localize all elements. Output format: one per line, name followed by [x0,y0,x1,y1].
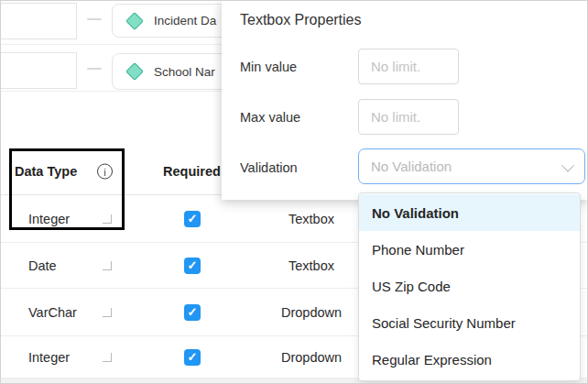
tree-input-2[interactable] [0,52,77,89]
validation-select-value: No Validation [371,159,563,174]
column-header-required: Required [163,164,221,179]
tree-connector-1 [87,18,102,20]
required-checkbox[interactable]: ✓ [184,211,201,227]
field-chip-label: School Nar [154,65,215,79]
required-checkbox[interactable]: ✓ [184,349,201,366]
max-value-input[interactable] [358,99,459,135]
required-checkbox[interactable]: ✓ [184,304,201,321]
max-value-label: Max value [240,99,300,135]
display-type-value: Dropdown [256,350,366,365]
option-no-validation[interactable]: No Validation [359,194,580,231]
option-regular-expression[interactable]: Regular Expression [359,341,580,378]
chevron-down-icon [561,159,574,171]
chevron-down-icon[interactable] [103,261,112,270]
option-phone-number[interactable]: Phone Number [359,231,580,268]
tree-connector-2 [87,68,102,70]
annotation-highlight-box [9,148,125,230]
screen: Incident Da School Nar Data Type i Requi… [0,0,588,384]
data-type-value[interactable]: Integer [28,350,70,365]
textbox-properties-panel: Textbox Properties Min value Max value V… [222,0,588,200]
display-type-value: Textbox [256,258,366,273]
panel-title: Textbox Properties [240,12,362,28]
validation-dropdown-menu: No Validation Phone Number US Zip Code S… [358,192,581,381]
data-type-value[interactable]: Date [28,258,57,273]
diamond-icon [125,62,144,81]
min-value-input[interactable] [358,49,459,84]
required-checkbox[interactable]: ✓ [184,258,201,274]
option-social-security-number[interactable]: Social Security Number [359,304,580,341]
diamond-icon [125,12,144,30]
chevron-down-icon[interactable] [103,353,112,362]
min-value-label: Min value [240,49,297,84]
display-type-value: Dropdown [256,305,366,320]
validation-select[interactable]: No Validation [358,148,585,184]
data-type-value[interactable]: VarChar [28,305,77,320]
field-chip-label: Incident Da [154,14,216,27]
chevron-down-icon[interactable] [103,308,112,317]
validation-label: Validation [240,149,298,185]
tree-input-1[interactable] [0,3,77,39]
option-us-zip-code[interactable]: US Zip Code [359,268,580,304]
display-type-value: Textbox [256,212,366,226]
